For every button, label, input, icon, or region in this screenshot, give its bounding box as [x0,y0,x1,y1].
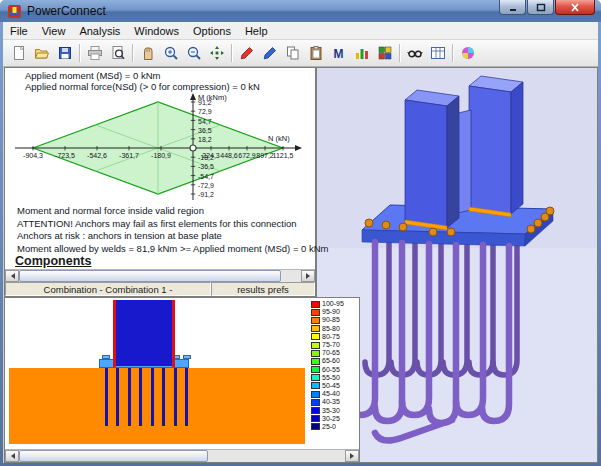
app-icon [7,4,22,19]
window-controls [498,0,595,15]
scrollbar-track[interactable] [19,270,301,282]
zoom-fit-button[interactable] [205,42,228,64]
anchor-rods-front [348,242,509,423]
save-button[interactable] [53,42,76,64]
client-area: Applied moment (MSd) = 0 kNm Applied nor… [3,67,598,463]
section-hscrollbar[interactable] [5,449,359,462]
column-flange [511,82,523,214]
y-tick-label: -54,7 [198,173,214,180]
y-tick-label: 91,2 [198,99,212,106]
toolbar-separator [399,44,400,62]
zoom-in-icon [163,45,179,61]
table-button[interactable] [426,42,449,64]
menu-item-windows[interactable]: Windows [127,23,186,39]
zoom-out-icon [186,45,202,61]
y-axis-arrow [190,93,196,100]
legend-swatch [311,399,320,406]
legend-row: 50-45 [311,382,357,390]
copy-button[interactable] [281,42,304,64]
y-tick-label: -36,5 [198,163,214,170]
print-button[interactable] [83,42,106,64]
titlebar[interactable]: PowerConnect [0,0,601,22]
minimize-button[interactable] [499,0,526,15]
anchor-nut [527,225,535,233]
legend-swatch [311,382,320,389]
legend-row: 85-80 [311,325,357,333]
close-button[interactable] [555,0,595,15]
anchor-bolt-2d [162,362,165,426]
flange-edge-line [113,300,116,367]
legend-row: 55-50 [311,374,357,382]
draw-red-button[interactable] [235,42,258,64]
scroll-left-button[interactable] [5,270,19,282]
copy-icon [285,45,301,61]
flange-edge-line [172,300,175,367]
legend-swatch [311,342,320,349]
legend-swatch [311,325,320,332]
anchor-rods-back [365,228,517,375]
draw-blue-button[interactable] [258,42,281,64]
legend-label: 85-80 [322,325,340,333]
results-prefs-button[interactable]: results prefs [211,282,315,296]
menu-item-file[interactable]: File [3,23,35,39]
legend-swatch [311,301,320,308]
x-tick-label: -180,9 [151,152,171,159]
results-hscrollbar[interactable] [5,269,315,282]
legend-label: 65-60 [322,357,340,365]
menu-item-options[interactable]: Options [186,23,238,39]
menu-item-analysis[interactable]: Analysis [72,23,127,39]
results-pane[interactable]: Applied moment (MSd) = 0 kNm Applied nor… [4,67,316,297]
print-preview-icon [110,45,126,61]
legend-row: 40-35 [311,398,357,406]
scroll-right-button[interactable] [345,450,359,462]
y-tick-label: 54,7 [198,118,212,125]
scrollbar-track[interactable] [19,450,345,462]
table-icon [430,45,446,61]
bar-chart-button[interactable] [350,42,373,64]
results-grid-icon [377,45,393,61]
legend-label: 25-0 [322,423,336,431]
legend-row: 65-60 [311,357,357,365]
menu-item-help[interactable]: Help [238,23,275,39]
new-button[interactable] [7,42,30,64]
scroll-left-button[interactable] [5,450,19,462]
app-window: PowerConnect File View Analysis Windows … [0,0,601,466]
new-icon [11,45,27,61]
menu-item-view[interactable]: View [35,23,73,39]
anchor-nut [534,219,542,227]
x-tick-label: 224,3 [202,152,220,159]
print-preview-button[interactable] [106,42,129,64]
legend-label: 75-70 [322,341,340,349]
legend-swatch [311,391,320,398]
y-tick-label: -72,9 [198,182,214,189]
legend-label: 80-75 [322,333,340,341]
results-grid-button[interactable] [373,42,396,64]
open-button[interactable] [30,42,53,64]
legend-row: 100-95 [311,300,357,308]
legend-row: 75-70 [311,341,357,349]
paste-button[interactable] [304,42,327,64]
anchor-nut [447,228,455,236]
anchor-nut [382,221,390,229]
moment-button[interactable]: M [327,42,350,64]
applied-moment-text: Applied moment (MSd) = 0 kNm [25,70,160,81]
scroll-right-button[interactable] [301,270,315,282]
zoom-out-button[interactable] [182,42,205,64]
maximize-button[interactable] [527,0,554,15]
components-heading[interactable]: Components [15,254,91,268]
pan-button[interactable] [136,42,159,64]
scrollbar-thumb[interactable] [19,450,208,462]
note-attention: ATTENTION! Anchors may fail as first ele… [17,218,297,229]
render-button[interactable] [456,42,479,64]
concrete-block [9,368,305,444]
arrow-right-icon [306,273,313,279]
scrollbar-thumb[interactable] [19,270,281,282]
x-tick-label: -542,6 [87,152,107,159]
legend-row: 45-40 [311,390,357,398]
view-glasses-button[interactable] [403,42,426,64]
toolbar-separator [132,44,133,62]
zoom-in-button[interactable] [159,42,182,64]
x-tick-label: -723,5 [55,152,75,159]
zoom-fit-icon [209,45,225,61]
section-pane[interactable]: 100-9595-9090-8585-8080-7575-7070-6565-6… [4,297,360,463]
